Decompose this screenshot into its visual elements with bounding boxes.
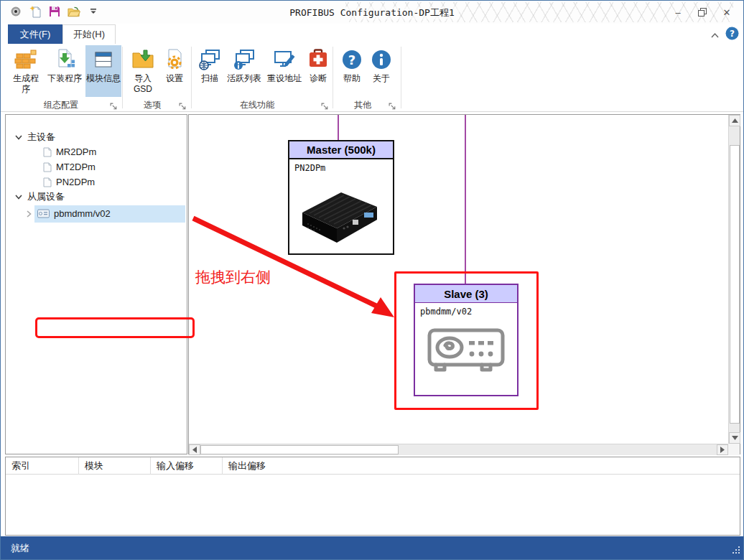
collapse-ribbon-icon[interactable] — [710, 29, 720, 42]
device-tree-panel: 主设备 MR2DPm MT2DPm PN2DPm 从属设备 — [5, 114, 187, 454]
module-table-header: 索引 模块 输入偏移 输出偏移 — [6, 457, 740, 475]
dialog-launcher-icon[interactable] — [110, 101, 118, 109]
horizontal-scroll-thumb[interactable] — [200, 445, 399, 454]
chevron-right-icon[interactable] — [24, 210, 33, 218]
resize-grip[interactable] — [731, 544, 740, 557]
master-device-image — [297, 177, 386, 248]
ribbon-group-label: 在线功能 — [193, 99, 321, 111]
column-header-module[interactable]: 模块 — [79, 457, 151, 475]
ribbon-button-label: 重设地址 — [267, 73, 302, 84]
reset-address-icon — [273, 48, 296, 71]
vertical-scroll-thumb[interactable] — [730, 145, 740, 424]
ribbon-button-label: 导入GSD — [127, 73, 159, 95]
customize-qat-icon[interactable] — [87, 5, 100, 18]
help-icon: ? — [340, 48, 363, 71]
ribbon-button-settings[interactable]: 设置 — [160, 45, 189, 97]
bus-line — [465, 115, 466, 284]
bricks-icon — [14, 48, 37, 71]
column-header-index[interactable]: 索引 — [6, 457, 79, 475]
close-button[interactable]: ✕ — [715, 4, 739, 21]
scrollbar-corner — [728, 444, 740, 455]
tree-group-label: 从属设备 — [27, 190, 65, 203]
tree-group-label: 主设备 — [27, 131, 55, 144]
app-window: PROFIBUS Configuration-DP工程1 – ✕ 文件(F) 开… — [0, 0, 744, 560]
download-program-icon — [53, 48, 76, 71]
file-icon — [43, 147, 52, 157]
ribbon-group-label: 其他 — [335, 99, 390, 111]
ribbon-button-about[interactable]: 关于 — [368, 45, 395, 97]
ribbon-button-generate-program[interactable]: 生成程序 — [9, 45, 42, 97]
tree-item-label: MT2DPm — [56, 162, 96, 172]
about-icon — [370, 48, 393, 71]
dialog-launcher-icon[interactable] — [389, 101, 397, 109]
column-header-input-offset[interactable]: 输入偏移 — [151, 457, 223, 475]
tree-item-pn2dpm[interactable]: PN2DPm — [43, 174, 95, 190]
tab-file[interactable]: 文件(F) — [8, 24, 62, 44]
title-bar: PROFIBUS Configuration-DP工程1 – ✕ — [1, 1, 743, 24]
master-device-box[interactable]: Master (500k) PN2DPm — [288, 140, 394, 255]
new-file-icon[interactable] — [29, 5, 42, 18]
quick-access-toolbar — [9, 5, 100, 18]
master-device-name: PN2DPm — [294, 163, 325, 173]
module-info-icon — [92, 48, 115, 71]
ribbon-tab-row: 文件(F) 开始(H) ? — [1, 24, 743, 44]
bus-line — [338, 115, 339, 141]
ribbon-group-label: 组态配置 — [6, 99, 116, 111]
dialog-launcher-icon[interactable] — [321, 101, 330, 109]
window-title: PROFIBUS Configuration-DP工程1 — [285, 6, 459, 19]
scan-icon — [198, 48, 221, 71]
chevron-down-icon[interactable] — [14, 133, 23, 141]
tree-group-masters[interactable]: 主设备 — [14, 129, 55, 144]
ribbon: 生成程序 下装程序 模块信息 组态配置 导入GSD — [1, 44, 743, 112]
restore-button[interactable] — [690, 4, 715, 21]
svg-text:?: ? — [348, 52, 355, 67]
annotation-highlight-box-tree — [35, 317, 195, 338]
dialog-launcher-icon[interactable] — [179, 101, 187, 109]
canvas-horizontal-scrollbar[interactable] — [189, 444, 728, 455]
column-header-output-offset[interactable]: 输出偏移 — [223, 457, 302, 475]
tree-item-label: PN2DPm — [56, 177, 95, 187]
ribbon-group-label: 选项 — [124, 99, 180, 111]
app-icon[interactable] — [9, 5, 22, 18]
tree-item-pbmdmm-v02[interactable]: pbmdmm/v02 — [24, 206, 111, 221]
tree-item-mr2dpm[interactable]: MR2DPm — [43, 144, 96, 159]
tree-group-slaves[interactable]: 从属设备 — [14, 189, 65, 204]
scroll-down-button[interactable] — [729, 432, 740, 444]
open-folder-icon[interactable] — [68, 5, 80, 18]
active-list-icon — [233, 48, 256, 71]
ribbon-button-diagnose[interactable]: 诊断 — [304, 45, 332, 97]
annotation-highlight-box-slave — [394, 271, 539, 410]
ribbon-button-label: 生成程序 — [9, 73, 42, 95]
ribbon-button-active-list[interactable]: 活跃列表 — [224, 45, 264, 97]
ribbon-button-label: 扫描 — [201, 73, 218, 84]
ribbon-button-module-info[interactable]: 模块信息 — [85, 45, 121, 97]
tree-item-mt2dpm[interactable]: MT2DPm — [43, 159, 96, 174]
minimize-button[interactable]: – — [666, 4, 690, 21]
ribbon-button-import-gsd[interactable]: 导入GSD — [127, 45, 159, 97]
ribbon-button-download-program[interactable]: 下装程序 — [44, 45, 85, 97]
ribbon-button-help[interactable]: ? 帮助 — [338, 45, 366, 97]
chevron-down-icon[interactable] — [14, 192, 23, 201]
master-title: Master (500k) — [289, 141, 393, 159]
ribbon-button-label: 帮助 — [343, 73, 361, 84]
ribbon-button-label: 设置 — [166, 73, 183, 84]
ribbon-button-label: 关于 — [373, 73, 390, 84]
canvas-vertical-scrollbar[interactable] — [728, 115, 740, 444]
ribbon-button-label: 诊断 — [310, 73, 327, 84]
tree-item-label: pbmdmm/v02 — [54, 208, 111, 219]
file-icon — [43, 162, 52, 172]
annotation-label: 拖拽到右侧 — [195, 267, 271, 287]
tab-home[interactable]: 开始(H) — [62, 24, 116, 44]
tree-item-label: MR2DPm — [56, 146, 96, 157]
ribbon-button-label: 模块信息 — [86, 73, 121, 84]
settings-gear-icon — [163, 48, 186, 71]
ribbon-button-scan[interactable]: 扫描 — [196, 45, 223, 97]
save-icon[interactable] — [48, 5, 61, 18]
svg-text:?: ? — [730, 29, 735, 39]
ribbon-button-label: 下装程序 — [47, 73, 82, 84]
scroll-up-button[interactable] — [729, 115, 740, 126]
scroll-right-button[interactable] — [717, 444, 728, 455]
scroll-left-button[interactable] — [189, 444, 200, 455]
ribbon-button-reset-address[interactable]: 重设地址 — [266, 45, 303, 97]
ribbon-help-button[interactable]: ? — [725, 27, 739, 43]
